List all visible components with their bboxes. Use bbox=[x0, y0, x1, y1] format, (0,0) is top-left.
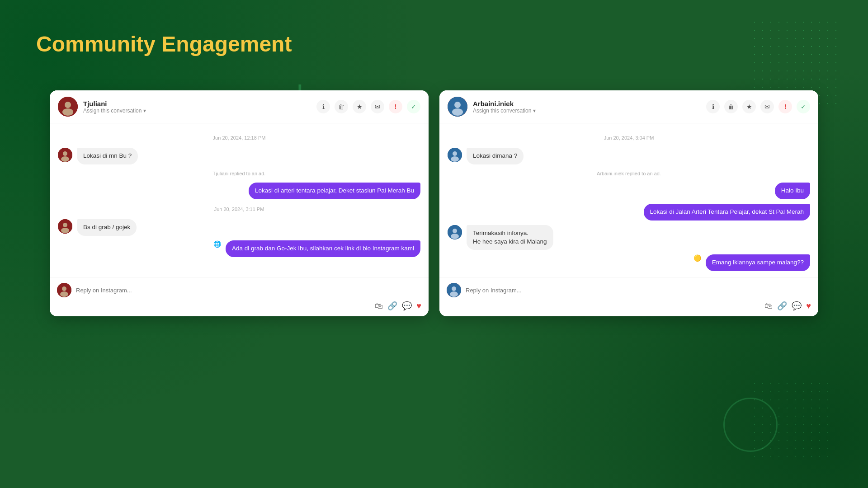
exclamation-button-left[interactable]: ! bbox=[389, 100, 402, 113]
svg-point-16 bbox=[453, 151, 457, 156]
svg-point-1 bbox=[65, 102, 71, 108]
svg-point-13 bbox=[454, 102, 461, 108]
comment-icon-right[interactable]: 💬 bbox=[792, 301, 802, 311]
chat-input-row-left bbox=[57, 283, 421, 297]
chat-header-right: Arbaini.iniek Assign this conversation ▾… bbox=[439, 90, 818, 123]
svg-point-7 bbox=[63, 223, 67, 227]
message-row: Ada di grab dan Go-Jek Ibu, silahkan cek… bbox=[58, 240, 420, 257]
chat-user-name-right: Arbaini.iniek bbox=[473, 100, 706, 108]
avatar-right bbox=[448, 97, 467, 117]
timestamp-1-right: Jun 20, 2024, 3:04 PM bbox=[448, 135, 810, 141]
msg-bubble: Bs di grab / gojek bbox=[77, 219, 137, 236]
svg-point-5 bbox=[61, 156, 69, 162]
msg-bubble-outgoing: Emang iklannya sampe malang?? bbox=[706, 254, 810, 271]
svg-point-11 bbox=[60, 291, 68, 297]
chat-input-area-right: 🛍 🔗 💬 ♥ bbox=[439, 277, 818, 316]
replied-to-ad-right: Arbaini.iniek replied to an ad. bbox=[448, 171, 810, 176]
star-button-left[interactable]: ★ bbox=[353, 100, 366, 113]
chat-input-area-left: 🛍 🔗 💬 ♥ bbox=[50, 277, 429, 316]
chat-panel-right: Arbaini.iniek Assign this conversation ▾… bbox=[439, 90, 818, 316]
message-row: Lokasi di arteri tentara pelajar, Deket … bbox=[58, 183, 420, 199]
svg-point-19 bbox=[453, 229, 457, 233]
msg-bubble: Lokasi dimana ? bbox=[467, 148, 524, 164]
delete-button-right[interactable]: 🗑 bbox=[724, 100, 738, 113]
chevron-down-icon-left: ▾ bbox=[143, 108, 146, 114]
comment-icon[interactable]: 💬 bbox=[402, 301, 412, 311]
mail-button-right[interactable]: ✉ bbox=[760, 100, 774, 113]
input-tools-right: 🛍 🔗 💬 ♥ bbox=[447, 297, 811, 311]
info-button-left[interactable]: ℹ bbox=[316, 100, 330, 113]
msg-bubble-outgoing: Lokasi di Jalan Arteri Tentara Pelajar, … bbox=[644, 204, 810, 221]
msg-bubble: Terimakasih infonya.He hee saya kira di … bbox=[467, 225, 553, 250]
svg-point-2 bbox=[62, 108, 73, 116]
page-title: Community Engagement bbox=[36, 32, 292, 56]
chat-input-field-left[interactable] bbox=[76, 285, 421, 296]
timestamp-1-left: Jun 20, 2024, 12:18 PM bbox=[58, 135, 420, 141]
chat-messages-left: Jun 20, 2024, 12:18 PM Lokasi di mn Bu ?… bbox=[50, 123, 429, 277]
check-button-right[interactable]: ✓ bbox=[797, 100, 810, 113]
msg-bubble-outgoing: Lokasi di arteri tentara pelajar, Deket … bbox=[249, 183, 420, 199]
svg-point-10 bbox=[62, 286, 66, 291]
message-row: Lokasi di Jalan Arteri Tentara Pelajar, … bbox=[448, 204, 810, 221]
chat-header-info-left: Tjuliani Assign this conversation ▾ bbox=[83, 100, 316, 114]
svg-point-4 bbox=[63, 151, 67, 156]
message-row: Emang iklannya sampe malang?? 🟡 bbox=[448, 254, 810, 271]
message-row: Terimakasih infonya.He hee saya kira di … bbox=[448, 225, 810, 250]
chat-input-field-right[interactable] bbox=[466, 285, 811, 296]
input-tools-left: 🛍 🔗 💬 ♥ bbox=[57, 297, 421, 311]
assign-conversation-right[interactable]: Assign this conversation ▾ bbox=[473, 108, 706, 114]
svg-point-25 bbox=[452, 286, 456, 291]
replied-to-ad-left: Tjuliani replied to an ad. bbox=[58, 171, 420, 176]
msg-bubble: Lokasi di mn Bu ? bbox=[77, 148, 138, 164]
msg-bubble-outgoing: Halo Ibu bbox=[775, 183, 810, 199]
star-button-right[interactable]: ★ bbox=[742, 100, 756, 113]
timestamp-2-left: Jun 20, 2024, 3:11 PM bbox=[58, 206, 420, 212]
chevron-down-icon-right: ▾ bbox=[533, 108, 536, 114]
heart-icon-right[interactable]: ♥ bbox=[806, 301, 811, 311]
avatar-left bbox=[58, 97, 78, 117]
chat-header-left: Tjuliani Assign this conversation ▾ ℹ 🗑 … bbox=[50, 90, 429, 123]
chat-header-info-right: Arbaini.iniek Assign this conversation ▾ bbox=[473, 100, 706, 114]
chat-actions-left: ℹ 🗑 ★ ✉ ! ✓ bbox=[316, 100, 420, 113]
conversations-container: Tjuliani Assign this conversation ▾ ℹ 🗑 … bbox=[50, 90, 818, 316]
assign-conversation-left[interactable]: Assign this conversation ▾ bbox=[83, 108, 316, 114]
shopping-bag-icon-right[interactable]: 🛍 bbox=[764, 301, 773, 311]
heart-icon[interactable]: ♥ bbox=[416, 301, 421, 311]
message-row: Lokasi di mn Bu ? bbox=[58, 148, 420, 164]
reaction-emoji: 🌐 bbox=[213, 240, 221, 248]
link-icon[interactable]: 🔗 bbox=[387, 301, 397, 311]
info-button-right[interactable]: ℹ bbox=[706, 100, 720, 113]
msg-avatar-right bbox=[448, 225, 462, 239]
message-row: Halo Ibu bbox=[448, 183, 810, 199]
shopping-bag-icon[interactable]: 🛍 bbox=[375, 301, 383, 311]
exclamation-button-right[interactable]: ! bbox=[778, 100, 792, 113]
chat-actions-right: ℹ 🗑 ★ ✉ ! ✓ bbox=[706, 100, 810, 113]
svg-point-14 bbox=[452, 108, 463, 116]
msg-bubble-outgoing: Ada di grab dan Go-Jek Ibu, silahkan cek… bbox=[226, 240, 420, 257]
svg-point-26 bbox=[450, 291, 458, 297]
check-button-left[interactable]: ✓ bbox=[407, 100, 420, 113]
delete-button-left[interactable]: 🗑 bbox=[335, 100, 348, 113]
input-avatar-right bbox=[447, 283, 461, 297]
chat-panel-left: Tjuliani Assign this conversation ▾ ℹ 🗑 … bbox=[50, 90, 429, 316]
circle-decoration bbox=[723, 398, 778, 452]
msg-avatar bbox=[58, 219, 72, 234]
mail-button-left[interactable]: ✉ bbox=[371, 100, 384, 113]
chat-messages-right: Jun 20, 2024, 3:04 PM Lokasi dimana ? Ar… bbox=[439, 123, 818, 277]
msg-avatar bbox=[58, 148, 72, 162]
chat-user-name-left: Tjuliani bbox=[83, 100, 316, 108]
message-row: Bs di grab / gojek bbox=[58, 219, 420, 236]
svg-point-17 bbox=[451, 156, 459, 162]
avatar-inner-right bbox=[448, 97, 467, 117]
msg-avatar-right bbox=[448, 148, 462, 162]
svg-point-20 bbox=[451, 234, 459, 239]
input-avatar-left bbox=[57, 283, 71, 297]
reaction-emoji-right: 🟡 bbox=[693, 254, 701, 262]
chat-input-row-right bbox=[447, 283, 811, 297]
link-icon-right[interactable]: 🔗 bbox=[777, 301, 787, 311]
avatar-inner-left bbox=[58, 97, 78, 117]
svg-point-8 bbox=[61, 228, 69, 233]
message-row: Lokasi dimana ? bbox=[448, 148, 810, 164]
